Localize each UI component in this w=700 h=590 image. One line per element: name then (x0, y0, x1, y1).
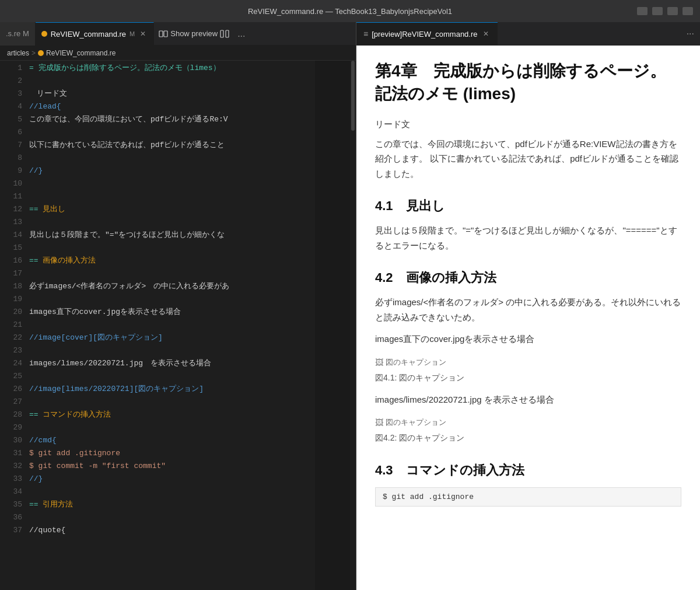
breadcrumb-separator: > (32, 49, 36, 57)
code-line: = 完成版からは削除するページ。記法のメモ（limes） (29, 62, 315, 75)
code-line: //} (29, 473, 315, 486)
preview-code-block: $ git add .gitignore (375, 487, 681, 507)
breadcrumb-filename: ReVIEW_command.re (46, 49, 116, 57)
code-editor-area: 1234567891011121314151617181920212223242… (0, 61, 356, 590)
preview-tab-icon: ≡ (363, 29, 368, 39)
line-number: 4 (0, 100, 22, 113)
line-number: 5 (0, 113, 22, 126)
code-line: //quote{ (29, 524, 315, 537)
code-line (29, 216, 315, 229)
window-control-2[interactable] (652, 7, 663, 15)
preview-para5: images/limes/20220721.jpg を表示させる場合 (375, 392, 681, 407)
preview-h2-2: 4.2 画像の挿入方法 (375, 269, 681, 287)
line-number: 21 (0, 319, 22, 331)
tab-dot (41, 31, 47, 37)
line-number: 37 (0, 524, 22, 537)
preview-fig-caption-1: 図4.1: 図のキャプション (375, 371, 681, 385)
tab-review-short[interactable]: .s.re M (0, 22, 36, 46)
columns-icon (220, 29, 229, 39)
tab-close-button[interactable]: ✕ (138, 29, 148, 39)
vertical-scrollbar[interactable] (350, 61, 356, 590)
svg-rect-0 (159, 31, 163, 37)
preview-image-2-alt: 図のキャプション (386, 417, 446, 428)
line-numbers: 1234567891011121314151617181920212223242… (0, 61, 27, 590)
preview-para1: この章では、今回の環境において、pdfビルドが通るRe:VIEW記法の書き方を紹… (375, 137, 681, 181)
line-number: 27 (0, 396, 22, 409)
code-line: $ git add .gitignore (29, 447, 315, 460)
code-line: //image[cover][図のキャプション] (29, 331, 315, 344)
preview-h1: 第4章 完成版からは削除するページ。記法のメモ (limes) (375, 60, 681, 105)
code-line: == 画像の挿入方法 (29, 254, 315, 267)
code-line (29, 511, 315, 524)
window-control-1[interactable] (637, 7, 648, 15)
code-line (29, 242, 315, 254)
preview-tab-close[interactable]: ✕ (481, 29, 491, 39)
code-line: //lead{ (29, 100, 315, 113)
code-line (29, 344, 315, 357)
line-number: 36 (0, 511, 22, 524)
line-number: 31 (0, 447, 22, 460)
editor-panel: .s.re M ReVIEW_command.re M ✕ Show previ… (0, 22, 356, 590)
preview-code-1: $ git add .gitignore (383, 493, 474, 501)
line-number: 15 (0, 242, 22, 254)
tab-label: .s.re M (6, 29, 29, 38)
preview-para2: 見出しは５段階まで。"="をつけるほど見出しが細かくなるが、"======"とす… (375, 223, 681, 253)
preview-icon (159, 29, 168, 39)
preview-fig-caption-2: 図4.2: 図のキャプション (375, 431, 681, 445)
code-line (29, 370, 315, 383)
line-number: 25 (0, 370, 22, 383)
code-line (29, 486, 315, 498)
minimap (315, 61, 350, 590)
line-number: 7 (0, 139, 22, 152)
tab-overflow-button[interactable]: ... (234, 29, 249, 39)
preview-lead-label: リード文 (375, 117, 681, 132)
line-number: 8 (0, 152, 22, 165)
code-line: 見出しは５段階まで。"="をつけるほど見出しが細かくな (29, 229, 315, 242)
line-number: 12 (0, 203, 22, 216)
tab-filename: ReVIEW_command.re (51, 30, 126, 39)
show-preview-label: Show preview (170, 29, 218, 38)
window-control-4[interactable] (682, 7, 693, 15)
show-preview-button[interactable]: Show preview (154, 29, 234, 39)
line-number: 34 (0, 486, 22, 498)
preview-h2-1: 4.1 見出し (375, 197, 681, 215)
line-number: 13 (0, 216, 22, 229)
breadcrumb: articles > ReVIEW_command.re (0, 46, 356, 61)
window-control-3[interactable] (667, 7, 678, 15)
svg-rect-3 (226, 30, 229, 37)
preview-overflow-button[interactable]: ··· (681, 29, 700, 39)
preview-tab[interactable]: ≡ [preview]ReVIEW_command.re ✕ (356, 22, 498, 46)
line-number: 10 (0, 177, 22, 190)
line-number: 17 (0, 267, 22, 280)
minimap-canvas (315, 61, 350, 590)
code-line (29, 126, 315, 139)
preview-para4: images直下のcover.jpgを表示させる場合 (375, 331, 681, 347)
code-line (29, 190, 315, 203)
breadcrumb-dot (38, 50, 44, 56)
line-number: 29 (0, 421, 22, 434)
editor-tab-bar: .s.re M ReVIEW_command.re M ✕ Show previ… (0, 22, 356, 46)
preview-content[interactable]: 第4章 完成版からは削除するページ。記法のメモ (limes) リード文 この章… (356, 46, 700, 590)
line-number: 18 (0, 280, 22, 293)
code-line: images/limes/20220721.jpg を表示させる場合 (29, 357, 315, 370)
line-number: 24 (0, 357, 22, 370)
line-number: 6 (0, 126, 22, 139)
code-line: == コマンドの挿入方法 (29, 409, 315, 421)
line-number: 23 (0, 344, 22, 357)
scrollbar-thumb[interactable] (351, 61, 355, 131)
code-line (29, 177, 315, 190)
line-number: 30 (0, 434, 22, 447)
code-line (29, 396, 315, 409)
code-content[interactable]: = 完成版からは削除するページ。記法のメモ（limes） リード文//lead{… (27, 61, 315, 590)
line-number: 11 (0, 190, 22, 203)
code-line (29, 152, 315, 165)
line-number: 32 (0, 460, 22, 473)
code-line (29, 293, 315, 306)
line-number: 16 (0, 254, 22, 267)
line-number: 3 (0, 88, 22, 100)
tab-review-command[interactable]: ReVIEW_command.re M ✕ (36, 22, 155, 46)
svg-rect-1 (164, 31, 167, 37)
title-bar-text: ReVIEW_command.re — TechBook13_Babylonjs… (248, 7, 452, 16)
code-line: 以下に書かれている記法であれば、pdfビルドが通ること (29, 139, 315, 152)
line-number: 26 (0, 383, 22, 396)
